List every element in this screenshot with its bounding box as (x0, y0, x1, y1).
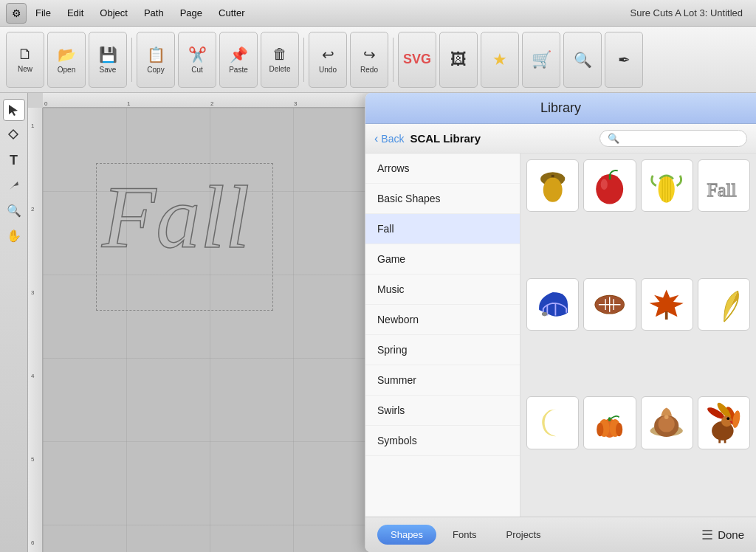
tab-fonts[interactable]: Fonts (439, 525, 490, 545)
toolbar-sep-1 (131, 38, 132, 82)
library-nav: ‹ Back SCAL Library 🔍 (365, 124, 756, 153)
cart-icon: 🛒 (532, 50, 551, 69)
menu-cutter[interactable]: Cutter (211, 4, 252, 21)
shape-turkey[interactable] (698, 396, 750, 449)
ruler-vertical: 1 2 3 4 5 6 (28, 108, 43, 552)
svg-point-26 (616, 423, 622, 436)
svg-rect-40 (724, 439, 726, 444)
category-fall[interactable]: Fall (365, 214, 520, 244)
library-search[interactable]: 🔍 (599, 130, 747, 147)
shape-turkey-platter[interactable] (641, 396, 693, 449)
zoom-button[interactable]: 🔍 (563, 32, 602, 88)
main-area: T 🔍 ✋ 0 1 2 3 4 1 2 3 4 5 6 (0, 93, 756, 552)
delete-icon: 🗑 (272, 46, 287, 63)
image-button[interactable]: 🖼 (439, 32, 478, 88)
svg-point-31 (664, 415, 669, 420)
menu-file[interactable]: File (28, 4, 58, 21)
back-label: Back (381, 133, 404, 145)
toolbox: T 🔍 ✋ (0, 93, 28, 552)
library-footer: Shapes Fonts Projects ☰ Done (365, 517, 756, 552)
paste-button[interactable]: 📌 Paste (219, 32, 258, 88)
pen-button[interactable]: ✒ (605, 32, 643, 88)
shape-moon[interactable] (526, 396, 579, 449)
shapes-grid: Fall (520, 153, 756, 517)
category-basic-shapes[interactable]: Basic Shapes (365, 184, 520, 214)
svg-icon: SVG (403, 52, 431, 67)
svg-point-8 (659, 176, 675, 203)
svg-point-38 (726, 418, 729, 421)
open-label: Open (58, 66, 75, 74)
shape-acorn[interactable] (526, 159, 579, 212)
category-music[interactable]: Music (365, 275, 520, 305)
star-button[interactable]: ★ (481, 32, 519, 88)
new-icon: 🗋 (18, 46, 32, 63)
svg-import-button[interactable]: SVG (398, 32, 436, 88)
category-game[interactable]: Game (365, 244, 520, 275)
select-tool[interactable] (3, 99, 25, 121)
toolbar: 🗋 New 📂 Open 💾 Save 📋 Copy ✂️ Cut 📌 Past… (0, 27, 756, 93)
back-chevron-icon: ‹ (374, 132, 378, 145)
back-button[interactable]: ‹ Back (374, 132, 404, 145)
search-icon: 🔍 (608, 133, 619, 144)
category-arrows[interactable]: Arrows (365, 153, 520, 184)
ruler-tick-0: 0 (43, 100, 47, 107)
draw-tool[interactable] (3, 174, 25, 196)
redo-icon: ↪ (363, 46, 376, 63)
shape-pumpkin[interactable] (583, 396, 636, 449)
ruler-vtick-5: 6 (31, 539, 34, 546)
svg-marker-0 (9, 105, 18, 116)
shape-fall-text[interactable]: Fall (698, 159, 750, 212)
save-label: Save (100, 66, 117, 74)
menu-object[interactable]: Object (92, 4, 135, 21)
open-button[interactable]: 📂 Open (47, 32, 86, 88)
menubar: ⚙ File Edit Object Path Page Cutter Sure… (0, 0, 756, 27)
new-button[interactable]: 🗋 New (6, 32, 44, 88)
shape-feather[interactable] (698, 278, 750, 331)
list-icon: ☰ (701, 527, 713, 543)
done-button[interactable]: ☰ Done (701, 527, 744, 543)
menu-page[interactable]: Page (173, 4, 210, 21)
redo-label: Redo (360, 66, 378, 74)
tab-shapes[interactable]: Shapes (377, 525, 436, 545)
category-symbols[interactable]: Symbols (365, 426, 520, 456)
ruler-vtick-0: 1 (31, 123, 34, 129)
text-tool[interactable]: T (3, 149, 25, 171)
search-input[interactable] (624, 133, 739, 144)
shape-maple-leaf[interactable] (641, 278, 693, 331)
menu-path[interactable]: Path (137, 4, 171, 21)
shape-helmet[interactable] (526, 278, 579, 331)
copy-label: Copy (147, 66, 164, 74)
star-icon: ★ (492, 50, 507, 69)
toolbar-sep-3 (393, 38, 394, 82)
shape-corn[interactable] (641, 159, 693, 212)
tab-projects[interactable]: Projects (493, 525, 554, 545)
ruler-vtick-4: 5 (31, 456, 34, 463)
canvas-area[interactable]: 0 1 2 3 4 1 2 3 4 5 6 Fall Library (28, 93, 756, 552)
copy-button[interactable]: 📋 Copy (137, 32, 175, 88)
open-icon: 📂 (58, 46, 76, 63)
library-section-title: SCAL Library (410, 132, 481, 145)
image-icon: 🖼 (450, 50, 467, 69)
svg-point-4 (543, 178, 563, 202)
settings-button[interactable]: ⚙ (6, 3, 27, 24)
cart-button[interactable]: 🛒 (522, 32, 560, 88)
ruler-tick-1: 1 (126, 100, 130, 107)
menu-edit[interactable]: Edit (60, 4, 91, 21)
shape-football[interactable] (583, 278, 636, 331)
category-newborn[interactable]: Newborn (365, 305, 520, 335)
hand-tool[interactable]: ✋ (3, 224, 25, 246)
zoom-icon: 🔍 (574, 51, 592, 69)
zoom-tool[interactable]: 🔍 (3, 199, 25, 221)
save-button[interactable]: 💾 Save (89, 32, 127, 88)
ruler-tick-3: 3 (292, 100, 297, 107)
redo-button[interactable]: ↪ Redo (350, 32, 388, 88)
category-spring[interactable]: Spring (365, 335, 520, 365)
shape-apple[interactable] (583, 159, 636, 212)
category-summer[interactable]: Summer (365, 365, 520, 396)
node-tool[interactable] (3, 124, 25, 146)
category-swirls[interactable]: Swirls (365, 396, 520, 426)
canvas-design-text: Fall (102, 167, 250, 269)
cut-button[interactable]: ✂️ Cut (178, 32, 216, 88)
delete-button[interactable]: 🗑 Delete (261, 32, 299, 88)
undo-button[interactable]: ↩ Undo (309, 32, 347, 88)
